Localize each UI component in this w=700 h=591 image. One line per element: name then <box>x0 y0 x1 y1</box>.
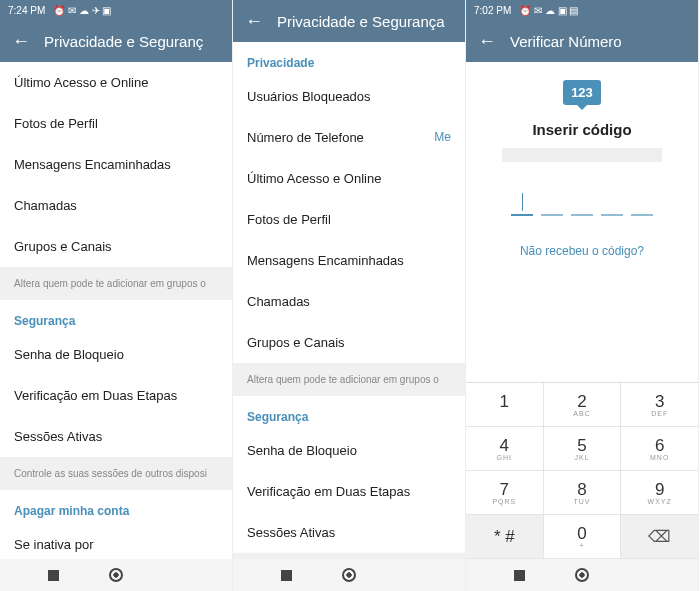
screen-privacy-2: ← Privacidade e Segurança Privacidade Us… <box>233 0 466 591</box>
code-slot-3[interactable] <box>571 190 593 216</box>
key-1[interactable]: 1 <box>466 383 544 427</box>
backspace-icon: ⌫ <box>648 527 671 546</box>
nav-back-icon[interactable] <box>173 570 184 581</box>
back-arrow-icon[interactable]: ← <box>478 31 496 52</box>
item-phone-value: Me <box>434 130 451 145</box>
item-inactive[interactable]: Se inativa por <box>0 524 232 559</box>
nav-recent-icon[interactable] <box>281 570 292 581</box>
item-forwarded[interactable]: Mensagens Encaminhadas <box>233 240 465 281</box>
item-calls[interactable]: Chamadas <box>0 185 232 226</box>
item-phone[interactable]: Número de Telefone Me <box>233 117 465 158</box>
header-title: Privacidade e Segurança <box>277 13 445 30</box>
key-9[interactable]: 9WXYZ <box>621 471 698 515</box>
hint-groups: Altera quem pode te adicionar em grupos … <box>233 363 465 396</box>
status-icons: ⏰ ✉ ☁ ✈ ▣ <box>53 5 111 16</box>
nav-home-icon[interactable] <box>109 568 123 582</box>
back-arrow-icon[interactable]: ← <box>12 31 30 52</box>
code-slot-2[interactable] <box>541 190 563 216</box>
key-symbols[interactable]: * # <box>466 515 544 559</box>
nav-bar <box>0 559 232 591</box>
section-delete: Apagar minha conta <box>0 490 232 524</box>
settings-list: Último Acesso e Online Fotos de Perfil M… <box>0 62 232 559</box>
code-slot-5[interactable] <box>631 190 653 216</box>
code-input-group[interactable] <box>511 190 653 216</box>
resend-link[interactable]: Não recebeu o código? <box>520 244 644 258</box>
item-last-seen[interactable]: Último Acesso e Online <box>233 158 465 199</box>
code-badge-icon: 123 <box>563 80 601 105</box>
numeric-keypad: 1 2ABC 3DEF 4GHI 5JKL 6MNO 7PQRS 8TUV 9W… <box>466 382 698 559</box>
key-0[interactable]: 0+ <box>544 515 622 559</box>
app-header: ← Verificar Número <box>466 20 698 62</box>
code-slot-1[interactable] <box>511 190 533 216</box>
hint-groups: Altera quem pode te adicionar em grupos … <box>0 267 232 300</box>
app-header: ← Privacidade e Seguranç <box>0 20 232 62</box>
key-2[interactable]: 2ABC <box>544 383 622 427</box>
code-slot-4[interactable] <box>601 190 623 216</box>
key-backspace[interactable]: ⌫ <box>621 515 698 559</box>
nav-back-icon[interactable] <box>639 570 650 581</box>
nav-bar <box>233 559 465 591</box>
item-sessions[interactable]: Sessões Ativas <box>0 416 232 457</box>
status-time: 7:24 PM <box>8 5 45 16</box>
item-passcode[interactable]: Senha de Bloqueio <box>0 334 232 375</box>
nav-recent-icon[interactable] <box>514 570 525 581</box>
item-forwarded[interactable]: Mensagens Encaminhadas <box>0 144 232 185</box>
text-cursor <box>522 193 523 211</box>
key-7[interactable]: 7PQRS <box>466 471 544 515</box>
item-two-step[interactable]: Verificação em Duas Etapas <box>233 471 465 512</box>
key-6[interactable]: 6MNO <box>621 427 698 471</box>
nav-home-icon[interactable] <box>342 568 356 582</box>
key-8[interactable]: 8TUV <box>544 471 622 515</box>
nav-recent-icon[interactable] <box>48 570 59 581</box>
header-title: Verificar Número <box>510 33 622 50</box>
status-bar: 7:02 PM ⏰ ✉ ☁ ▣ ▤ <box>466 0 698 20</box>
item-blocked[interactable]: Usuários Bloqueados <box>233 76 465 117</box>
item-two-step[interactable]: Verificação em Duas Etapas <box>0 375 232 416</box>
nav-home-icon[interactable] <box>575 568 589 582</box>
section-security: Segurança <box>233 396 465 430</box>
settings-list: Privacidade Usuários Bloqueados Número d… <box>233 42 465 559</box>
screen-verify: 7:02 PM ⏰ ✉ ☁ ▣ ▤ ← Verificar Número 123… <box>466 0 699 591</box>
verify-body: 123 Inserir código Não recebeu o código? <box>466 62 698 382</box>
back-arrow-icon[interactable]: ← <box>245 11 263 32</box>
header-title: Privacidade e Seguranç <box>44 33 203 50</box>
section-security: Segurança <box>0 300 232 334</box>
verify-title: Inserir código <box>532 121 631 138</box>
nav-back-icon[interactable] <box>406 570 417 581</box>
status-bar: 7:24 PM ⏰ ✉ ☁ ✈ ▣ <box>0 0 232 20</box>
app-header: ← Privacidade e Segurança <box>233 0 465 42</box>
key-3[interactable]: 3DEF <box>621 383 698 427</box>
item-passcode[interactable]: Senha de Bloqueio <box>233 430 465 471</box>
key-5[interactable]: 5JKL <box>544 427 622 471</box>
section-privacy: Privacidade <box>233 42 465 76</box>
item-profile-photos[interactable]: Fotos de Perfil <box>0 103 232 144</box>
screen-privacy-1: 7:24 PM ⏰ ✉ ☁ ✈ ▣ ← Privacidade e Segura… <box>0 0 233 591</box>
item-sessions[interactable]: Sessões Ativas <box>233 512 465 553</box>
status-icons: ⏰ ✉ ☁ ▣ ▤ <box>519 5 578 16</box>
item-groups[interactable]: Grupos e Canais <box>233 322 465 363</box>
item-profile-photos[interactable]: Fotos de Perfil <box>233 199 465 240</box>
verify-subtitle-redacted <box>502 148 662 162</box>
status-time: 7:02 PM <box>474 5 511 16</box>
item-last-seen[interactable]: Último Acesso e Online <box>0 62 232 103</box>
nav-bar <box>466 559 698 591</box>
key-4[interactable]: 4GHI <box>466 427 544 471</box>
item-calls[interactable]: Chamadas <box>233 281 465 322</box>
item-groups[interactable]: Grupos e Canais <box>0 226 232 267</box>
hint-sessions: Controle as suas sessões de outros dispo… <box>0 457 232 490</box>
